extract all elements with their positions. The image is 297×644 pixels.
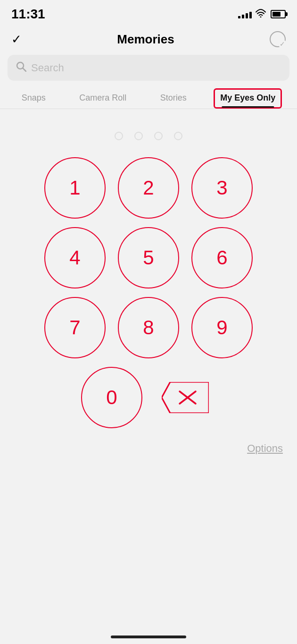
status-bar: 11:31 xyxy=(0,0,297,25)
battery-fill xyxy=(272,12,280,17)
key-5-button[interactable]: 5 xyxy=(118,227,179,288)
pin-entry-dots xyxy=(0,109,297,157)
bar-1 xyxy=(238,16,240,18)
options-link[interactable]: Options xyxy=(247,442,283,455)
svg-point-0 xyxy=(260,16,262,17)
key-9-button[interactable]: 9 xyxy=(191,297,253,358)
key-8-button[interactable]: 8 xyxy=(118,297,179,358)
battery-icon xyxy=(271,10,286,18)
check-circle-icon[interactable] xyxy=(270,31,286,47)
pin-dot-1 xyxy=(115,132,123,140)
chevron-down-icon[interactable]: ✓ xyxy=(11,32,22,47)
key-2-button[interactable]: 2 xyxy=(118,157,179,219)
options-area: Options xyxy=(0,428,297,459)
page-title: Memories xyxy=(117,32,174,47)
keypad-row-4: 0 xyxy=(81,367,216,428)
home-indicator xyxy=(111,636,186,638)
delete-icon[interactable] xyxy=(162,382,209,413)
tab-my-eyes-only[interactable]: My Eyes Only xyxy=(214,88,282,109)
pin-dot-2 xyxy=(134,132,143,140)
status-icons xyxy=(238,9,286,20)
tab-camera-roll[interactable]: Camera Roll xyxy=(73,88,133,109)
key-6-button[interactable]: 6 xyxy=(191,227,253,288)
key-7-button[interactable]: 7 xyxy=(44,297,106,358)
delete-wrapper xyxy=(155,367,216,428)
keypad-row-3: 7 8 9 xyxy=(44,297,253,358)
key-0-button[interactable]: 0 xyxy=(81,367,142,428)
search-bar[interactable]: Search xyxy=(8,55,289,81)
bar-2 xyxy=(242,15,244,18)
status-time: 11:31 xyxy=(11,7,45,22)
search-icon xyxy=(16,61,26,74)
bar-3 xyxy=(246,13,248,18)
keypad-row-2: 4 5 6 xyxy=(44,227,253,288)
pin-dot-4 xyxy=(174,132,182,140)
bar-4 xyxy=(249,12,252,18)
keypad-row-1: 1 2 3 xyxy=(44,157,253,219)
signal-bars-icon xyxy=(238,10,252,18)
header: ✓ Memories xyxy=(0,25,297,55)
keypad: 1 2 3 4 5 6 7 8 9 0 xyxy=(0,157,297,428)
key-3-button[interactable]: 3 xyxy=(191,157,253,219)
svg-line-2 xyxy=(23,68,26,72)
pin-dot-3 xyxy=(154,132,163,140)
tab-bar: Snaps Camera Roll Stories My Eyes Only xyxy=(0,88,297,109)
wifi-icon xyxy=(256,9,266,20)
tab-stories[interactable]: Stories xyxy=(154,88,193,109)
key-4-button[interactable]: 4 xyxy=(44,227,106,288)
tab-snaps[interactable]: Snaps xyxy=(15,88,52,109)
search-placeholder: Search xyxy=(31,62,64,74)
key-1-button[interactable]: 1 xyxy=(44,157,106,219)
